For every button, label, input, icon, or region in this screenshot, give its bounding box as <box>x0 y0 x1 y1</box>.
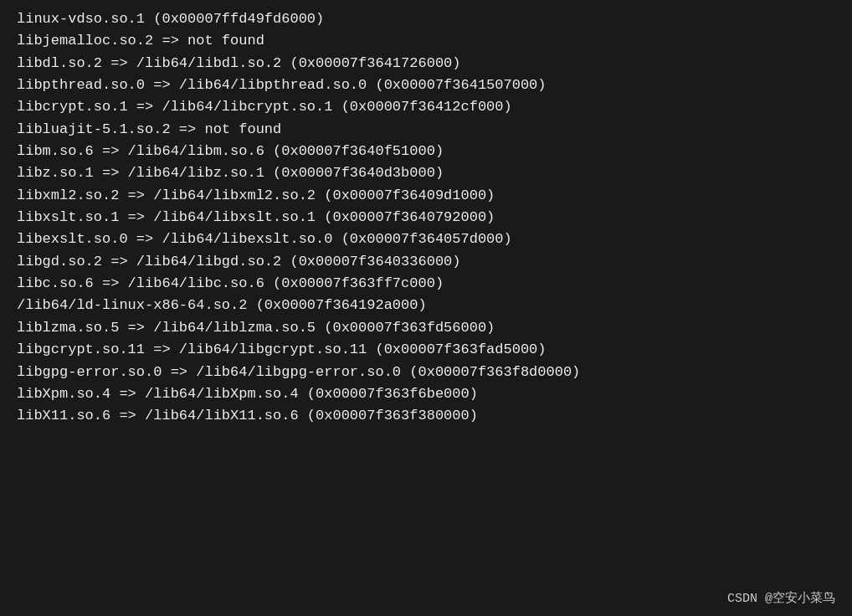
terminal-line: libgcrypt.so.11 => /lib64/libgcrypt.so.1… <box>17 339 835 361</box>
terminal-window: linux-vdso.so.1 (0x00007ffd49fd6000)libj… <box>0 0 852 616</box>
terminal-line: libgpg-error.so.0 => /lib64/libgpg-error… <box>17 362 835 383</box>
terminal-line: libdl.so.2 => /lib64/libdl.so.2 (0x00007… <box>17 53 835 74</box>
terminal-line: libcrypt.so.1 => /lib64/libcrypt.so.1 (0… <box>17 96 835 118</box>
terminal-line: libgd.so.2 => /lib64/libgd.so.2 (0x00007… <box>17 251 835 273</box>
watermark: CSDN @空安小菜鸟 <box>727 590 835 606</box>
terminal-line: libxslt.so.1 => /lib64/libxslt.so.1 (0x0… <box>17 207 835 228</box>
terminal-line: linux-vdso.so.1 (0x00007ffd49fd6000) <box>17 8 835 30</box>
terminal-line: libXpm.so.4 => /lib64/libXpm.so.4 (0x000… <box>17 383 835 405</box>
terminal-line: libexslt.so.0 => /lib64/libexslt.so.0 (0… <box>17 228 835 250</box>
terminal-line: libxml2.so.2 => /lib64/libxml2.so.2 (0x0… <box>17 185 835 207</box>
terminal-line: libm.so.6 => /lib64/libm.so.6 (0x00007f3… <box>17 141 835 162</box>
output-lines: linux-vdso.so.1 (0x00007ffd49fd6000)libj… <box>17 8 835 428</box>
terminal-line: liblzma.so.5 => /lib64/liblzma.so.5 (0x0… <box>17 317 835 339</box>
terminal-line: libluajit-5.1.so.2 => not found <box>17 119 835 141</box>
terminal-line: /lib64/ld-linux-x86-64.so.2 (0x00007f364… <box>17 295 835 316</box>
terminal-line: libjemalloc.so.2 => not found <box>17 30 835 52</box>
terminal-line: libX11.so.6 => /lib64/libX11.so.6 (0x000… <box>17 405 835 427</box>
terminal-line: libpthread.so.0 => /lib64/libpthread.so.… <box>17 74 835 96</box>
terminal-line: libz.so.1 => /lib64/libz.so.1 (0x00007f3… <box>17 162 835 184</box>
terminal-line: libc.so.6 => /lib64/libc.so.6 (0x00007f3… <box>17 273 835 295</box>
